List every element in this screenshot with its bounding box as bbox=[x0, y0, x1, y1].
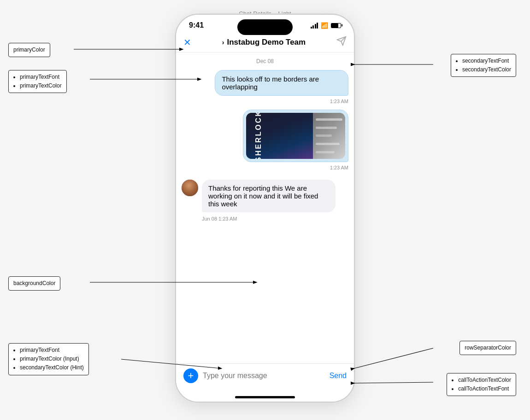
date-separator: Dec 08 bbox=[182, 58, 348, 64]
image-text: SHERLOCK bbox=[254, 113, 263, 159]
wifi-icon: 📶 bbox=[321, 22, 328, 29]
annotation-primary-text: primaryTextFont primaryTextColor bbox=[8, 70, 67, 93]
close-icon[interactable]: ✕ bbox=[183, 37, 191, 48]
annotation-secondary-text: secondaryTextFont secondaryTextColor bbox=[451, 54, 516, 77]
nav-send-button[interactable] bbox=[336, 36, 347, 48]
attachment-button[interactable]: + bbox=[183, 368, 198, 383]
nav-bar: ✕ › Instabug Demo Team bbox=[176, 32, 354, 52]
outgoing-image-message: SHERLOCK bbox=[243, 110, 348, 162]
home-indicator bbox=[176, 392, 354, 402]
nav-title: › Instabug Demo Team bbox=[222, 38, 306, 47]
annotation-row-separator: rowSeparatorColor bbox=[459, 341, 516, 355]
message-time-3: Jun 08 1:23 AM bbox=[202, 216, 348, 222]
outgoing-message-1: This looks off to me borders are overlap… bbox=[215, 70, 348, 96]
annotation-call-to-action: callToActionTextColor callToActionTextFo… bbox=[447, 373, 516, 396]
annotation-primary-color: primaryColor bbox=[8, 43, 50, 57]
nav-title-arrow: › bbox=[222, 39, 224, 46]
message-time-2: 1:23 AM bbox=[182, 165, 348, 170]
message-input[interactable] bbox=[203, 372, 325, 380]
home-bar bbox=[235, 396, 295, 398]
annotation-input-area: primaryTextFont primaryTextColor (Input)… bbox=[8, 343, 89, 375]
battery-icon bbox=[331, 23, 341, 28]
message-time-1: 1:23 AM bbox=[182, 99, 348, 104]
signal-icon bbox=[311, 23, 318, 29]
input-bar: + Send bbox=[176, 363, 354, 392]
phone-frame: 9:41 📶 ✕ › Instabug Demo Team bbox=[175, 14, 355, 402]
annotation-background-color: backgroundColor bbox=[8, 276, 60, 291]
image-placeholder: SHERLOCK bbox=[246, 113, 345, 159]
avatar bbox=[182, 180, 198, 196]
dynamic-island bbox=[237, 19, 293, 35]
avatar-image bbox=[182, 180, 198, 196]
incoming-message-1: Thanks for reporting this We are working… bbox=[202, 180, 336, 212]
chat-area: Dec 08 This looks off to me borders are … bbox=[176, 52, 354, 363]
svg-line-7 bbox=[354, 382, 433, 383]
svg-line-6 bbox=[354, 348, 433, 368]
incoming-message-row: Thanks for reporting this We are working… bbox=[182, 180, 348, 212]
status-time: 9:41 bbox=[189, 21, 204, 29]
nav-title-text: Instabug Demo Team bbox=[227, 38, 306, 47]
status-icons: 📶 bbox=[311, 22, 342, 29]
send-button[interactable]: Send bbox=[330, 372, 347, 380]
back-button[interactable]: ✕ bbox=[183, 37, 191, 48]
